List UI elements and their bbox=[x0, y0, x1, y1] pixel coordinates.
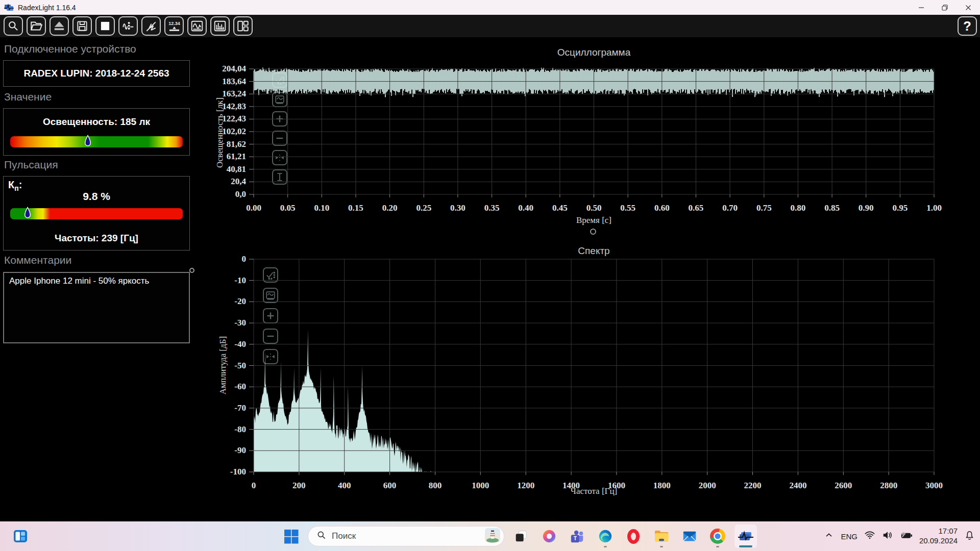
numeric-display-mode-button[interactable]: 12.34 bbox=[164, 16, 184, 36]
zoom-out-button[interactable] bbox=[272, 131, 287, 146]
x-tick-label: 2800 bbox=[871, 481, 906, 491]
edge-browser-button[interactable] bbox=[594, 524, 617, 548]
x-tick-label: 1400 bbox=[553, 481, 589, 491]
x-tick-label: 400 bbox=[327, 481, 362, 491]
file-explorer-button[interactable] bbox=[650, 524, 673, 548]
search-icon bbox=[316, 530, 327, 542]
x-tick-label: 2400 bbox=[780, 481, 816, 491]
teams-button[interactable]: T bbox=[566, 524, 589, 548]
x-tick-label: 3000 bbox=[916, 481, 952, 491]
open-file-button[interactable] bbox=[27, 16, 46, 36]
tray-time: 17:07 bbox=[919, 527, 958, 536]
fit-horizontal-button[interactable] bbox=[272, 150, 287, 165]
radexlight-taskbar-button[interactable] bbox=[734, 524, 757, 548]
spectrum-x-ticks: 0200400600800100012001400160018002000220… bbox=[0, 37, 980, 521]
app-logo-icon bbox=[4, 3, 14, 12]
oscillogram-plot[interactable] bbox=[254, 69, 934, 194]
language-indicator[interactable]: ENG bbox=[841, 532, 857, 541]
eject-device-button[interactable] bbox=[50, 16, 69, 36]
x-tick-label: 1200 bbox=[508, 481, 544, 491]
copilot-button[interactable] bbox=[538, 524, 560, 548]
x-tick-label: 200 bbox=[281, 481, 317, 491]
title-bar: RadexLight 1.16.4 bbox=[0, 0, 980, 15]
close-button[interactable] bbox=[957, 0, 980, 15]
radexlight-window: RadexLight 1.16.4 bbox=[0, 0, 980, 551]
notifications-bell-icon[interactable] bbox=[964, 530, 975, 543]
task-view-button[interactable] bbox=[510, 524, 532, 548]
main-area: Подключенное устройство RADEX LUPIN: 201… bbox=[0, 37, 980, 521]
widgets-button[interactable] bbox=[9, 524, 32, 548]
stop-record-button[interactable] bbox=[95, 16, 115, 36]
main-toolbar: 12.34 ? bbox=[0, 15, 980, 37]
chrome-browser-button[interactable] bbox=[706, 524, 729, 548]
x-tick-label: 2200 bbox=[735, 481, 771, 491]
layout-view-button[interactable] bbox=[233, 16, 253, 36]
mail-button[interactable] bbox=[678, 524, 701, 548]
chrome-running-indicator bbox=[716, 546, 719, 547]
x-tick-label: 1800 bbox=[644, 481, 680, 491]
x-tick-label: 1600 bbox=[599, 481, 634, 491]
volume-icon[interactable] bbox=[882, 530, 893, 543]
wave-frame-button[interactable] bbox=[263, 288, 278, 303]
fit-horizontal-button[interactable] bbox=[263, 349, 278, 364]
svg-text:T: T bbox=[574, 536, 577, 541]
radexlight-active-indicator bbox=[739, 545, 752, 547]
tray-date: 20.09.2024 bbox=[919, 536, 958, 546]
taskbar: Поиск T bbox=[0, 521, 980, 551]
minimize-button[interactable] bbox=[910, 0, 933, 15]
clock[interactable]: 17:07 20.09.2024 bbox=[919, 527, 958, 546]
chrome-icon bbox=[710, 529, 725, 544]
svg-text:12.34: 12.34 bbox=[168, 20, 180, 26]
spectrum-view-button[interactable] bbox=[210, 16, 230, 36]
spectrum-tools bbox=[263, 267, 278, 369]
edge-running-indicator bbox=[604, 546, 607, 547]
save-file-button[interactable] bbox=[72, 16, 92, 36]
x-tick-label: 600 bbox=[372, 481, 408, 491]
x-tick-label: 2600 bbox=[825, 481, 861, 491]
opera-browser-button[interactable] bbox=[622, 524, 645, 548]
tray-chevron-up-icon[interactable] bbox=[824, 530, 834, 542]
battery-charging-icon[interactable] bbox=[900, 530, 913, 543]
restore-button[interactable] bbox=[933, 0, 957, 15]
window-title: RadexLight 1.16.4 bbox=[18, 4, 76, 12]
search-placeholder: Поиск bbox=[332, 531, 484, 541]
zoom-out-button[interactable] bbox=[263, 329, 278, 344]
spectrum-chart: Спектр Амплитуда [дБ] Частота [Гц] 0-10-… bbox=[0, 37, 980, 521]
rays-mode-button[interactable] bbox=[141, 16, 161, 36]
search-input[interactable]: Поиск bbox=[308, 526, 504, 546]
signal-mode-button[interactable] bbox=[118, 16, 138, 36]
start-button[interactable] bbox=[280, 524, 302, 548]
search-daily-image[interactable] bbox=[484, 528, 501, 545]
oscillogram-view-button[interactable] bbox=[187, 16, 207, 36]
x-tick-label: 800 bbox=[417, 481, 453, 491]
x-tick-label: 2000 bbox=[690, 481, 725, 491]
x-tick-label: 0 bbox=[236, 481, 272, 491]
x-tick-label: 1000 bbox=[462, 481, 498, 491]
explorer-running-indicator bbox=[660, 546, 663, 547]
wifi-icon[interactable] bbox=[864, 530, 875, 543]
opera-icon bbox=[627, 529, 640, 544]
cursor-ibeam-button[interactable] bbox=[272, 169, 287, 185]
help-button[interactable]: ? bbox=[958, 16, 977, 36]
connect-device-search-button[interactable] bbox=[4, 16, 23, 36]
zoom-in-button[interactable] bbox=[263, 308, 278, 323]
